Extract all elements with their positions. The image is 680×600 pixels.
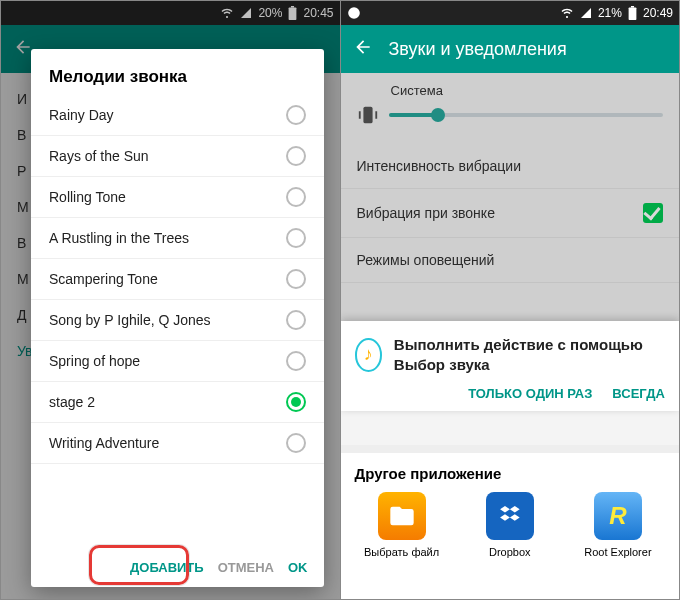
radio-icon[interactable] — [286, 105, 306, 125]
app-root-explorer[interactable]: R Root Explorer — [571, 492, 665, 558]
svg-rect-3 — [629, 8, 637, 20]
system-volume-row: Система — [341, 73, 680, 144]
vibration-intensity-row[interactable]: Интенсивность вибрации — [341, 144, 680, 189]
radio-icon[interactable] — [286, 392, 306, 412]
app-dropbox[interactable]: Dropbox — [463, 492, 557, 558]
battery-icon — [628, 6, 637, 20]
dropbox-icon — [486, 492, 534, 540]
radio-icon[interactable] — [286, 433, 306, 453]
radio-icon[interactable] — [286, 146, 306, 166]
ringtone-item[interactable]: A Rustling in the Trees — [31, 218, 324, 259]
app-label: Выбрать файл — [364, 546, 439, 558]
radio-icon[interactable] — [286, 187, 306, 207]
clock-text: 20:49 — [643, 6, 673, 20]
ringtone-item[interactable]: Song by P Ighile, Q Jones — [31, 300, 324, 341]
root-explorer-icon: R — [594, 492, 642, 540]
ringtone-item[interactable]: Rolling Tone — [31, 177, 324, 218]
device-vibrate-icon — [357, 104, 379, 126]
status-bar: 21% 20:49 — [341, 1, 680, 25]
always-button[interactable]: ВСЕГДА — [612, 386, 665, 401]
ringtone-label: Rainy Day — [49, 107, 114, 123]
ringtone-list[interactable]: Rainy Day Rays of the Sun Rolling Tone A… — [31, 95, 324, 550]
checkbox-checked-icon[interactable] — [643, 203, 663, 223]
just-once-button[interactable]: ТОЛЬКО ОДИН РАЗ — [468, 386, 592, 401]
ringtone-dialog: Мелодии звонка Rainy Day Rays of the Sun… — [31, 49, 324, 587]
ringtone-label: Rolling Tone — [49, 189, 126, 205]
dialog-title: Мелодии звонка — [31, 67, 324, 95]
row-label: Вибрация при звонке — [357, 205, 495, 221]
ok-button[interactable]: OK — [288, 560, 308, 575]
ringtone-label: stage 2 — [49, 394, 95, 410]
ringtone-label: Scampering Tone — [49, 271, 158, 287]
volume-slider[interactable] — [389, 113, 664, 117]
spotify-icon — [347, 6, 361, 20]
signal-icon — [580, 7, 592, 19]
svg-rect-4 — [631, 6, 634, 8]
radio-icon[interactable] — [286, 351, 306, 371]
ringtone-item[interactable]: Scampering Tone — [31, 259, 324, 300]
svg-point-2 — [348, 7, 360, 19]
page-title: Звуки и уведомления — [389, 39, 567, 60]
highlight-annotation — [89, 545, 189, 585]
phone-left: 20% 20:45 И B P M B M Д Уведомление Мело… — [1, 1, 341, 599]
radio-icon[interactable] — [286, 228, 306, 248]
ringtone-item[interactable]: stage 2 — [31, 382, 324, 423]
vibrate-on-call-row[interactable]: Вибрация при звонке — [341, 189, 680, 238]
row-label: Режимы оповещений — [357, 252, 495, 268]
app-label: Dropbox — [489, 546, 531, 558]
ringtone-item[interactable]: Rainy Day — [31, 95, 324, 136]
battery-text: 21% — [598, 6, 622, 20]
sound-picker-icon: ♪ — [355, 338, 382, 372]
cancel-button[interactable]: ОТМЕНА — [218, 560, 274, 575]
actionbar: Звуки и уведомления — [341, 25, 680, 73]
settings-content: Система Интенсивность вибрации Вибрация … — [341, 73, 680, 599]
system-label: Система — [391, 83, 664, 98]
ringtone-label: Spring of hope — [49, 353, 140, 369]
row-label: Интенсивность вибрации — [357, 158, 521, 174]
svg-rect-5 — [363, 107, 372, 124]
chooser-text: Выполнить действие с помощью Выбор звука — [394, 335, 665, 374]
ringtone-label: A Rustling in the Trees — [49, 230, 189, 246]
ringtone-item[interactable]: Rays of the Sun — [31, 136, 324, 177]
radio-icon[interactable] — [286, 269, 306, 289]
ringtone-label: Song by P Ighile, Q Jones — [49, 312, 211, 328]
app-choose-file[interactable]: Выбрать файл — [355, 492, 449, 558]
action-chooser: ♪ Выполнить действие с помощью Выбор зву… — [341, 321, 680, 411]
back-icon[interactable] — [353, 37, 373, 62]
radio-icon[interactable] — [286, 310, 306, 330]
wifi-icon — [560, 7, 574, 19]
other-apps-title: Другое приложение — [355, 465, 666, 482]
folder-icon — [378, 492, 426, 540]
ringtone-label: Writing Adventure — [49, 435, 159, 451]
notification-modes-row[interactable]: Режимы оповещений — [341, 238, 680, 283]
other-apps-section: Другое приложение Выбрать файл Dropbox — [341, 445, 680, 599]
ringtone-label: Rays of the Sun — [49, 148, 149, 164]
phone-right: 21% 20:49 Звуки и уведомления Система — [341, 1, 680, 599]
ringtone-item[interactable]: Spring of hope — [31, 341, 324, 382]
app-label: Root Explorer — [584, 546, 651, 558]
ringtone-item[interactable]: Writing Adventure — [31, 423, 324, 464]
